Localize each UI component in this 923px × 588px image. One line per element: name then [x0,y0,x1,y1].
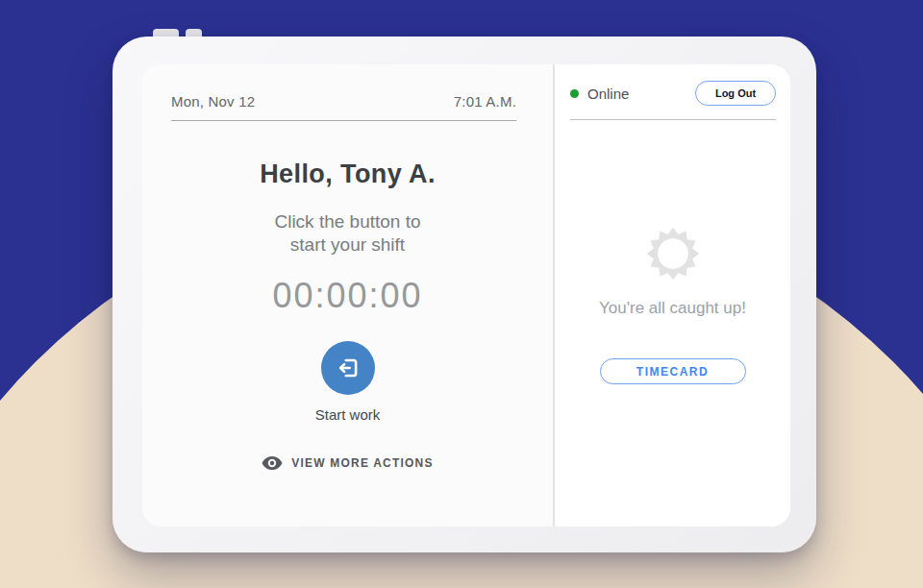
sun-icon [645,226,701,285]
online-status-label: Online [587,86,629,102]
view-more-actions-button[interactable]: VIEW MORE ACTIONS [262,455,433,471]
date-time-header: Mon, Nov 12 7:01 A.M. [142,64,553,121]
log-out-button[interactable]: Log Out [695,81,776,106]
clock-panel: Mon, Nov 12 7:01 A.M. Hello, Tony A. Cli… [142,64,555,527]
timecard-button[interactable]: TIMECARD [600,358,746,384]
connection-status: Online [570,86,629,102]
view-more-actions-label: VIEW MORE ACTIONS [291,456,433,470]
exit-arrow-icon [334,354,362,382]
status-panel: Online Log Out You're all caught up! TIM… [555,64,790,527]
instruction-text: Click the button to start your shift [261,210,436,257]
current-date: Mon, Nov 12 [171,93,255,110]
start-work-label: Start work [315,406,381,423]
shift-timer: 00:00:00 [272,276,422,316]
tablet-device: Mon, Nov 12 7:01 A.M. Hello, Tony A. Cli… [112,37,816,552]
status-header: Online Log Out [555,64,790,120]
empty-state-message: You're all caught up! [599,299,746,318]
current-time: 7:01 A.M. [454,93,516,110]
app-screen: Mon, Nov 12 7:01 A.M. Hello, Tony A. Cli… [142,64,790,527]
start-work-button[interactable] [321,341,375,395]
eye-icon [262,455,283,471]
online-status-dot-icon [570,89,579,98]
greeting-text: Hello, Tony A. [260,159,436,189]
